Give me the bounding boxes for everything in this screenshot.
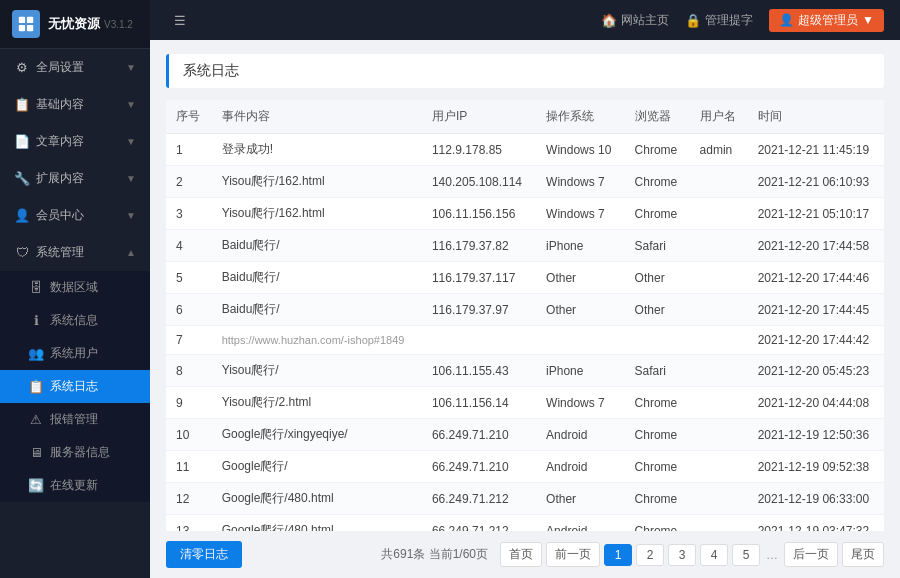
chevron-down-icon: ▼ [862, 13, 874, 27]
sidebar-item-quanju[interactable]: ⚙全局设置 ▼ [0, 49, 150, 86]
table-cell: Yisou爬行/162.html [212, 198, 422, 230]
table-cell: 2021-12-19 09:52:38 [748, 451, 884, 483]
chevron-icon: ▲ [126, 247, 136, 258]
table-cell [690, 294, 748, 326]
table-cell: Android [536, 419, 625, 451]
user-icon: 👤 [779, 13, 794, 27]
sidebar-item-shujuquyu[interactable]: 🗄数据区域 [0, 271, 150, 304]
user-icon: 👤 [14, 208, 30, 223]
sidebar-item-jichu[interactable]: 📋基础内容 ▼ [0, 86, 150, 123]
nav-home-link[interactable]: 🏠 网站主页 [601, 12, 669, 29]
list-icon: 📋 [14, 97, 30, 112]
table-cell: Google爬行/xingyeqiye/ [212, 419, 422, 451]
sidebar-item-xitonyonghu[interactable]: 👥系统用户 [0, 337, 150, 370]
content-area: 系统日志 序号 事件内容 用户IP 操作系统 浏览器 用户名 时间 1登录成功!… [150, 40, 900, 531]
sidebar-item-xitongxinxi[interactable]: ℹ系统信息 [0, 304, 150, 337]
prev-page-button[interactable]: 前一页 [546, 542, 600, 567]
table-cell: admin [690, 134, 748, 166]
table-cell [690, 230, 748, 262]
clear-logs-button[interactable]: 清零日志 [166, 541, 242, 568]
home-icon: 🏠 [601, 13, 617, 28]
sidebar-item-huiyuan[interactable]: 👤会员中心 ▼ [0, 197, 150, 234]
table-cell: 2021-12-21 11:45:19 [748, 134, 884, 166]
table-cell: 2021-12-21 06:10:93 [748, 166, 884, 198]
sidebar-item-fuwuqixinxi[interactable]: 🖥服务器信息 [0, 436, 150, 469]
last-page-button[interactable]: 尾页 [842, 542, 884, 567]
table-cell: 66.249.71.210 [422, 451, 536, 483]
table-cell: Android [536, 451, 625, 483]
header-left: ☰ [166, 9, 194, 32]
sidebar-item-kuozhan[interactable]: 🔧扩展内容 ▼ [0, 160, 150, 197]
table-body: 1登录成功!112.9.178.85Windows 10Chromeadmin2… [166, 134, 884, 532]
server-icon: 🖥 [28, 445, 44, 460]
log-table: 序号 事件内容 用户IP 操作系统 浏览器 用户名 时间 1登录成功!112.9… [166, 100, 884, 531]
table-cell: 140.205.108.114 [422, 166, 536, 198]
sidebar-item-zaixiangengxin[interactable]: 🔄在线更新 [0, 469, 150, 502]
page-title-bar: 系统日志 [166, 54, 884, 88]
header-right: 🏠 网站主页 🔒 管理提字 👤 超级管理员 ▼ [601, 9, 884, 32]
log-table-wrapper: 序号 事件内容 用户IP 操作系统 浏览器 用户名 时间 1登录成功!112.9… [166, 100, 884, 531]
table-cell [690, 355, 748, 387]
chevron-icon: ▼ [126, 173, 136, 184]
page-4-button[interactable]: 4 [700, 544, 728, 566]
table-cell: Windows 7 [536, 387, 625, 419]
svg-rect-3 [27, 25, 33, 31]
table-cell: 2021-12-20 17:44:45 [748, 294, 884, 326]
table-cell [690, 166, 748, 198]
table-cell: 2021-12-20 04:44:08 [748, 387, 884, 419]
table-cell: 106.11.156.156 [422, 198, 536, 230]
table-cell: https://www.huzhan.com/-ishop#1849 [212, 326, 422, 355]
main-area: ☰ 🏠 网站主页 🔒 管理提字 👤 超级管理员 ▼ 系统日志 [150, 0, 900, 578]
table-cell: Chrome [625, 166, 690, 198]
table-cell [690, 451, 748, 483]
table-row: 7https://www.huzhan.com/-ishop#18492021-… [166, 326, 884, 355]
table-cell: 3 [166, 198, 212, 230]
table-cell: 登录成功! [212, 134, 422, 166]
sidebar-submenu: 🗄数据区域 ℹ系统信息 👥系统用户 📋系统日志 ⚠报错管理 🖥服务器信息 🔄在线… [0, 271, 150, 502]
header: ☰ 🏠 网站主页 🔒 管理提字 👤 超级管理员 ▼ [150, 0, 900, 40]
table-row: 11Google爬行/66.249.71.210AndroidChrome202… [166, 451, 884, 483]
page-title: 系统日志 [183, 62, 239, 78]
page-5-button[interactable]: 5 [732, 544, 760, 566]
user-menu-button[interactable]: 👤 超级管理员 ▼ [769, 9, 884, 32]
table-cell: 106.11.155.43 [422, 355, 536, 387]
sidebar-item-baocuoguanli[interactable]: ⚠报错管理 [0, 403, 150, 436]
table-cell: 2021-12-21 05:10:17 [748, 198, 884, 230]
table-cell: Yisou爬行/ [212, 355, 422, 387]
col-time: 时间 [748, 100, 884, 134]
table-cell: Chrome [625, 483, 690, 515]
table-cell: Safari [625, 230, 690, 262]
chevron-icon: ▼ [126, 62, 136, 73]
extend-icon: 🔧 [14, 171, 30, 186]
table-cell [690, 198, 748, 230]
settings-icon: ⚙ [14, 60, 30, 75]
chevron-icon: ▼ [126, 210, 136, 221]
table-row: 2Yisou爬行/162.html140.205.108.114Windows … [166, 166, 884, 198]
app-name: 无忧资源 [48, 15, 100, 33]
table-cell: 8 [166, 355, 212, 387]
table-row: 3Yisou爬行/162.html106.11.156.156Windows 7… [166, 198, 884, 230]
nav-manage-link[interactable]: 🔒 管理提字 [685, 12, 753, 29]
chevron-icon: ▼ [126, 136, 136, 147]
first-page-button[interactable]: 首页 [500, 542, 542, 567]
table-cell: 4 [166, 230, 212, 262]
table-cell [690, 419, 748, 451]
table-cell: Chrome [625, 387, 690, 419]
col-user: 用户名 [690, 100, 748, 134]
warning-icon: ⚠ [28, 412, 44, 427]
sidebar-item-xitong[interactable]: 🛡系统管理 ▲ [0, 234, 150, 271]
next-page-button[interactable]: 后一页 [784, 542, 838, 567]
table-cell: Windows 7 [536, 166, 625, 198]
page-1-button[interactable]: 1 [604, 544, 632, 566]
update-icon: 🔄 [28, 478, 44, 493]
table-cell: 2021-12-20 17:44:46 [748, 262, 884, 294]
menu-toggle-button[interactable]: ☰ [166, 9, 194, 32]
page-2-button[interactable]: 2 [636, 544, 664, 566]
info-icon: ℹ [28, 313, 44, 328]
page-3-button[interactable]: 3 [668, 544, 696, 566]
sidebar-item-wenzhang[interactable]: 📄文章内容 ▼ [0, 123, 150, 160]
sidebar-item-xitongrizhi[interactable]: 📋系统日志 [0, 370, 150, 403]
table-cell: 116.179.37.82 [422, 230, 536, 262]
users-icon: 👥 [28, 346, 44, 361]
table-cell: iPhone [536, 355, 625, 387]
